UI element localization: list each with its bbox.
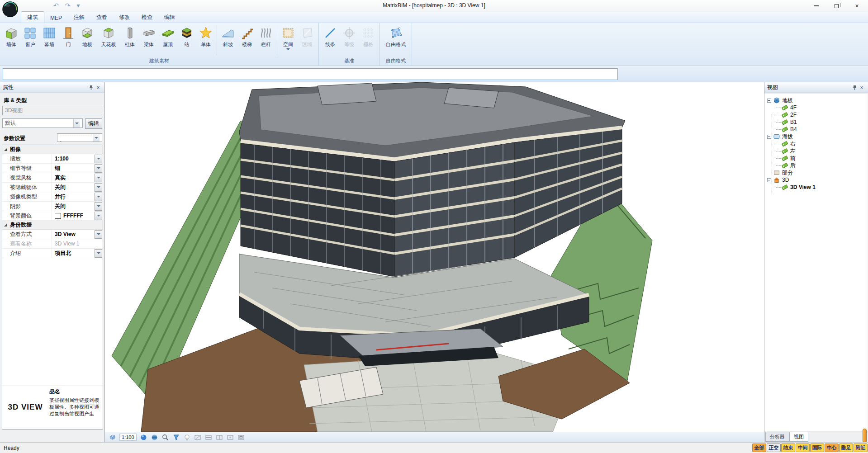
parameter-settings-combo[interactable]: ------------------- [57,133,102,142]
door-button[interactable]: 门 [59,24,78,49]
description-dropdown-button[interactable] [95,249,102,258]
tree-node-2f[interactable]: 2F [764,111,868,118]
collapse-expander-icon[interactable] [767,178,771,182]
snap-endpoint-button[interactable]: 结束 [781,444,795,452]
sheet-icon-4[interactable] [227,434,234,441]
curtain-wall-button[interactable]: 幕墙 [40,24,59,49]
scale-value[interactable]: 1:100 [52,156,94,162]
tree-node-b4[interactable]: B4 [764,126,868,133]
viewport-scale-label[interactable]: 1:100 [119,434,137,441]
snap-intersection-button[interactable]: 国际 [810,444,824,452]
description-value[interactable]: 项目北 [52,250,94,257]
collapse-expander-icon[interactable] [767,99,771,103]
filter-icon[interactable] [172,434,180,441]
scale-dropdown-button[interactable] [95,155,102,163]
tab-views[interactable]: 视图 [789,432,808,442]
scrollbar-thumb[interactable] [863,429,867,443]
snap-all-button[interactable]: 全部 [752,444,766,452]
sheet-icon-5[interactable] [237,434,245,441]
column-button[interactable]: 柱体 [120,24,139,49]
3d-viewport[interactable] [105,82,764,432]
color-swatch[interactable] [55,213,61,219]
row-camera-type: 摄像机类型 并行 [2,192,103,202]
edit-type-button[interactable]: 编辑 [85,118,102,129]
restore-button[interactable] [826,0,847,12]
tab-analyzer[interactable]: 分析器 [765,432,789,442]
snap-center-button[interactable]: 中心 [825,444,839,452]
view-type-value[interactable]: 3D View [52,231,94,237]
camera-type-value[interactable]: 并行 [52,193,94,201]
line-button[interactable]: 线条 [321,24,340,49]
shaded-view-icon[interactable] [140,434,147,441]
tree-node-3d-view-1[interactable]: 3D View 1 [764,184,868,191]
window-button[interactable]: 窗户 [21,24,40,49]
shadows-value[interactable]: 关闭 [52,203,94,210]
visual-style-icon[interactable] [151,434,158,441]
close-panel-icon[interactable]: × [858,84,865,91]
collapse-expander-icon[interactable] [767,135,771,139]
tree-node-3d[interactable]: 3D [764,176,868,184]
chevron-down-icon[interactable] [73,119,80,127]
tree-node-b1[interactable]: B1 [764,118,868,126]
roof-button[interactable]: 屋顶 [158,24,177,49]
space-button[interactable]: 空间 [279,24,298,52]
tab-edit[interactable]: 编辑 [158,12,181,23]
sheet-icon-2[interactable] [205,434,213,441]
unit-button[interactable]: 单体 [196,24,215,49]
tree-node-elevations[interactable]: 海拔 [764,133,868,140]
camera-type-dropdown-button[interactable] [95,193,102,201]
pin-icon[interactable] [851,84,858,91]
hidden-objects-value[interactable]: 关闭 [52,184,94,191]
minimize-button[interactable] [806,0,826,12]
section-identity[interactable]: 身份数据 [2,221,103,230]
type-combo[interactable]: 默认 [2,118,83,128]
section-image[interactable]: 图像 [2,145,103,154]
tree-node-left[interactable]: 左 [764,147,868,155]
railing-button[interactable]: 栏杆 [256,24,275,49]
tab-annotate[interactable]: 注解 [68,12,90,23]
freeform-button[interactable]: 自由格式 [382,24,410,49]
shadows-dropdown-button[interactable] [95,202,102,211]
tab-check[interactable]: 检查 [136,12,158,23]
floor-button[interactable]: 地板 [78,24,97,49]
view-type-dropdown-button[interactable] [95,230,102,239]
beam-button[interactable]: 梁体 [139,24,158,49]
app-menu-orb[interactable] [2,1,19,18]
tree-node-right[interactable]: 右 [764,140,868,147]
site-button[interactable]: 站 [177,24,196,49]
wall-button[interactable]: 墙体 [2,24,21,49]
visual-style-dropdown-button[interactable] [95,174,102,182]
isolate-icon[interactable] [183,434,191,441]
background-color-value[interactable]: FFFFFF [63,212,94,219]
tab-modify[interactable]: 修改 [113,12,136,23]
pin-icon[interactable] [87,84,95,91]
visual-style-value[interactable]: 真实 [52,174,94,182]
ceiling-button[interactable]: 天花板 [97,24,120,49]
sheet-icon-1[interactable] [194,434,202,441]
sheet-icon-3[interactable] [216,434,223,441]
scale-icon[interactable] [109,434,116,441]
hidden-objects-dropdown-button[interactable] [95,183,102,192]
tree-node-floors[interactable]: 地板 [764,97,868,104]
tab-mep[interactable]: MEP [44,13,68,23]
detail-level-value[interactable]: 细 [52,165,94,172]
snap-perpendicular-button[interactable]: 垂足 [839,444,853,452]
ramp-button[interactable]: 斜坡 [218,24,237,49]
background-color-dropdown-button[interactable] [95,212,102,220]
detail-level-dropdown-button[interactable] [95,164,102,173]
tree-node-front[interactable]: 前 [764,155,868,162]
tree-node-sections[interactable]: 部分 [764,169,868,176]
zoom-region-icon[interactable] [161,434,169,441]
tab-architecture[interactable]: 建筑 [21,11,44,23]
command-input[interactable] [3,68,618,80]
snap-midpoint-button[interactable]: 中间 [796,444,810,452]
tree-node-4f[interactable]: 4F [764,104,868,111]
close-button[interactable]: × [847,0,867,12]
snap-ortho-button[interactable]: 正交 [767,444,781,452]
snap-nearest-button[interactable]: 附近 [854,444,868,452]
close-panel-icon[interactable]: × [95,84,102,91]
tab-view[interactable]: 查看 [90,12,113,23]
tree-node-back[interactable]: 后 [764,162,868,169]
stair-button[interactable]: 楼梯 [237,24,256,49]
chevron-down-icon[interactable] [93,134,100,142]
